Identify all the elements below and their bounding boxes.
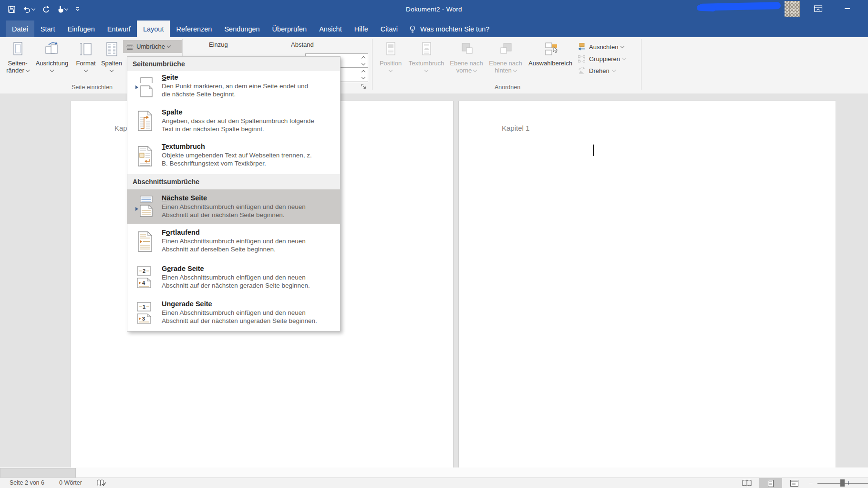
user-avatar[interactable] [785, 1, 800, 17]
svg-text:2: 2 [143, 268, 145, 274]
margins-button[interactable]: Seiten- ränder [5, 39, 31, 85]
save-icon [8, 5, 16, 13]
wrap-text-button: Textumbruch [405, 39, 447, 85]
customize-quick-access-button[interactable] [74, 6, 81, 12]
svg-text:4: 4 [142, 280, 145, 286]
size-button[interactable]: Format [72, 39, 99, 85]
tab-ueberpruefen[interactable]: Überprüfen [266, 21, 313, 37]
column-break-item-icon [127, 104, 162, 138]
chevron-down-icon [473, 68, 477, 72]
page-size-icon [78, 39, 93, 59]
text-wrap-break-item-icon [127, 138, 162, 174]
tab-layout[interactable]: Layout [137, 21, 170, 37]
group-separator [641, 39, 641, 90]
chevron-down-icon [84, 68, 88, 72]
breaks-dropdown-menu: Seitenumbrüche Seite Den Punkt markieren… [127, 56, 341, 332]
rotate-icon [577, 66, 586, 75]
wrap-text-icon [419, 39, 434, 59]
selection-pane-icon [543, 39, 558, 59]
minimize-button[interactable] [845, 8, 850, 9]
page-indicator[interactable]: Seite 2 von 6 [10, 479, 44, 486]
tab-einfuegen[interactable]: Einfügen [61, 21, 101, 37]
menu-item-page-break[interactable]: Seite Den Punkt markieren, an dem eine S… [127, 71, 340, 104]
group-label-arrange: Anordnen [375, 84, 640, 91]
chevron-down-icon [611, 68, 615, 72]
undo-dropdown-chevron[interactable] [31, 6, 35, 10]
selection-pane-button[interactable]: Auswahlbereich [527, 39, 574, 85]
bring-forward-icon [459, 39, 474, 59]
zoom-in-button[interactable]: + [847, 479, 850, 487]
position-button: Position [377, 39, 404, 85]
horizontal-scrollbar[interactable] [0, 467, 868, 478]
undo-button[interactable] [22, 5, 35, 13]
tab-citavi[interactable]: Citavi [374, 21, 404, 37]
tab-ansicht[interactable]: Ansicht [313, 21, 348, 37]
odd-page-break-item-icon: 1 3 [127, 295, 162, 331]
redo-icon [41, 5, 50, 13]
tab-datei[interactable]: Datei [6, 21, 34, 37]
web-layout-icon [790, 479, 799, 487]
page-break-icon [125, 42, 134, 51]
margins-icon [10, 39, 25, 59]
tab-entwurf[interactable]: Entwurf [101, 21, 137, 37]
menu-item-continuous-break[interactable]: Fortlaufend Einen Abschnittsumbruch einf… [127, 224, 340, 260]
chevron-down-icon [167, 44, 171, 48]
breaks-button[interactable]: Umbrüche [123, 40, 182, 53]
left-page-heading: Kap [114, 124, 127, 132]
undo-icon [22, 5, 31, 13]
svg-text:3: 3 [142, 316, 145, 322]
ribbon-display-options-icon [814, 5, 823, 13]
read-mode-icon [742, 479, 752, 487]
chevron-down-icon [50, 68, 54, 72]
save-button[interactable] [8, 5, 16, 13]
menu-item-even-page-break[interactable]: 2 4 Gerade Seite Einen Abschnittsumbruch… [127, 260, 340, 295]
spacing-label: Abstand [291, 41, 314, 48]
ribbon-tab-row: Datei Start Einfügen Entwurf Layout Refe… [0, 18, 868, 37]
touch-mode-button[interactable] [56, 5, 68, 13]
menu-item-column-break[interactable]: Spalte Angeben, dass der auf den Spalten… [127, 104, 340, 138]
align-icon [577, 42, 586, 52]
tab-hilfe[interactable]: Hilfe [348, 21, 374, 37]
group-separator [372, 39, 372, 90]
position-icon [383, 39, 398, 59]
paragraph-dialog-launcher[interactable] [361, 83, 367, 92]
tab-referenzen[interactable]: Referenzen [170, 21, 218, 37]
web-layout-button[interactable] [785, 478, 803, 488]
tell-me-search[interactable]: Was möchten Sie tun? [404, 21, 494, 37]
spelling-status-button[interactable] [96, 479, 106, 488]
menu-item-odd-page-break[interactable]: 1 3 Ungerade Seite Einen Abschnittsumbru… [127, 295, 340, 331]
chevron-down-icon [424, 68, 428, 72]
menu-item-next-page-break[interactable]: Nächste Seite Einen Abschnittsumbruch ei… [127, 189, 340, 224]
orientation-button[interactable]: Ausrichtung [32, 39, 72, 85]
indent-label: Einzug [209, 41, 228, 48]
zoom-slider-handle[interactable] [840, 479, 845, 487]
read-mode-button[interactable] [738, 478, 755, 488]
menu-item-text-wrapping-break[interactable]: Textumbruch Objekte umgebenden Text auf … [127, 138, 340, 174]
tab-start[interactable]: Start [34, 21, 62, 37]
quick-access-toolbar [8, 0, 81, 18]
rotate-button: Drehen [577, 65, 640, 76]
zoom-out-button[interactable]: − [809, 479, 813, 487]
chevron-down-icon [110, 68, 114, 72]
columns-button[interactable]: Spalten [100, 39, 123, 85]
spinner-down-button[interactable] [359, 61, 368, 68]
ribbon-display-options-button[interactable] [814, 5, 823, 15]
print-layout-icon [767, 479, 775, 488]
touch-mode-dropdown-chevron[interactable] [64, 6, 68, 10]
redo-button[interactable] [41, 5, 50, 13]
menu-section-page-breaks: Seitenumbrüche [127, 57, 340, 71]
spinner-up-button[interactable] [359, 54, 368, 61]
spinner-down-button[interactable] [359, 75, 368, 82]
spinner-up-button[interactable] [359, 68, 368, 75]
page-break-item-icon [127, 71, 162, 104]
print-layout-button[interactable] [759, 478, 782, 488]
horizontal-scrollbar-thumb[interactable] [0, 468, 76, 478]
chevron-down-icon [513, 68, 517, 72]
document-page-right[interactable]: Kapitel 1 [459, 101, 836, 467]
chevron-down-icon [620, 44, 624, 48]
word-count[interactable]: 0 Wörter [59, 479, 82, 486]
tab-sendungen[interactable]: Sendungen [218, 21, 266, 37]
group-objects-icon [577, 54, 586, 63]
dialog-launcher-icon [361, 83, 367, 90]
align-button[interactable]: Ausrichten [577, 41, 640, 52]
